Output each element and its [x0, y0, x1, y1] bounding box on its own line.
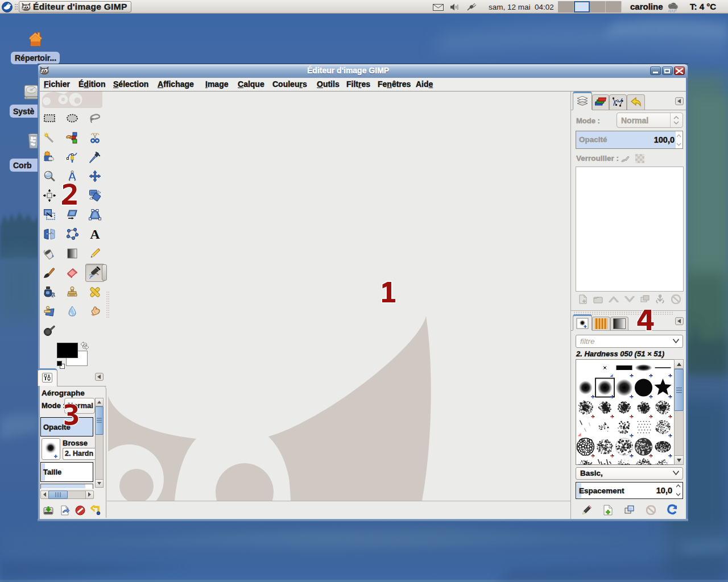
svg-text:A: A: [90, 228, 100, 240]
